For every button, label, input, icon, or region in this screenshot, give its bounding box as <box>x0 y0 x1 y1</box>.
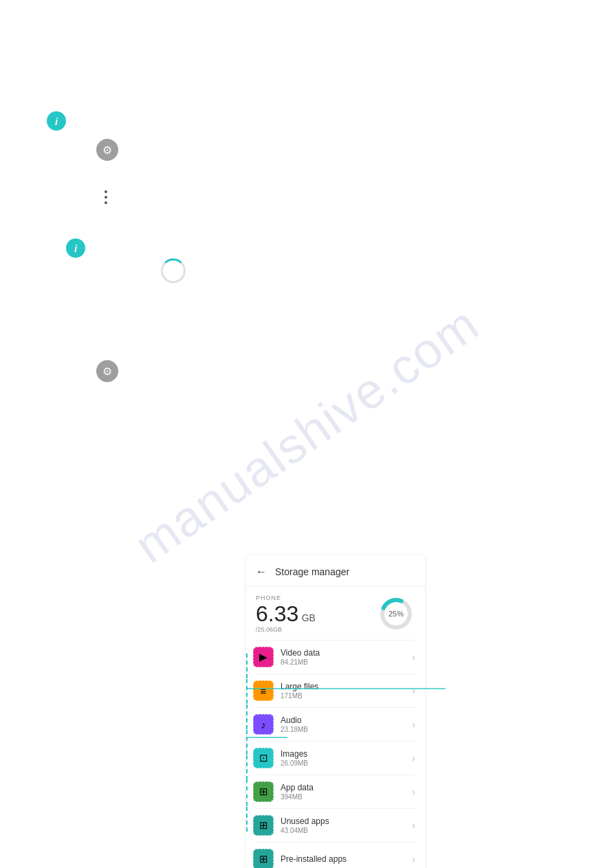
unused-apps-icon: ⊞ <box>253 815 274 836</box>
phone-label: PHONE <box>256 594 316 601</box>
storage-info: PHONE 6.33 GB /25.06GB <box>256 594 316 633</box>
preinstalled-icon: ⊞ <box>253 849 274 868</box>
phone-storage-summary: PHONE 6.33 GB /25.06GB 25% <box>246 586 425 640</box>
images-highlight-line <box>246 737 287 738</box>
audio-text: Audio 23.18MB <box>281 715 412 733</box>
chevron-right-icon: › <box>412 820 415 831</box>
overflow-menu-button[interactable] <box>105 190 107 204</box>
video-data-icon: ▶ <box>253 647 274 667</box>
storage-percent: 25% <box>388 610 404 618</box>
chevron-right-icon: › <box>412 652 415 663</box>
storage-size-value: 6.33 <box>256 601 298 626</box>
app-data-size: 394MB <box>281 793 412 801</box>
storage-items-list: ▶ Video data 84.21MB › ≡ Large files 171… <box>246 641 425 868</box>
selection-indicator-unused <box>246 779 248 806</box>
audio-icon: ♪ <box>253 714 274 735</box>
app-data-icon: ⊞ <box>253 781 274 802</box>
dot-1 <box>105 190 107 193</box>
images-size: 26.09MB <box>281 759 412 767</box>
unused-apps-size: 43.04MB <box>281 827 412 834</box>
audio-size: 23.18MB <box>281 726 412 733</box>
video-data-name: Video data <box>281 648 412 658</box>
chevron-right-icon: › <box>412 685 415 696</box>
app-data-text: App data 394MB <box>281 783 412 801</box>
info-icon-1[interactable]: i <box>47 111 66 131</box>
info-icon-2[interactable]: i <box>66 238 85 258</box>
large-files-icon: ≡ <box>253 680 274 701</box>
storage-item-large-files[interactable]: ≡ Large files 171MB › <box>246 674 425 707</box>
storage-item-unused-apps[interactable]: ⊞ Unused apps 43.04MB › <box>246 809 425 842</box>
chevron-right-icon: › <box>412 786 415 797</box>
dot-2 <box>105 196 107 199</box>
images-name: Images <box>281 749 412 759</box>
selection-indicator-app-data <box>246 755 248 780</box>
images-icon: ⊡ <box>253 748 274 768</box>
storage-item-app-data[interactable]: ⊞ App data 394MB › <box>246 775 425 808</box>
chevron-right-icon: › <box>412 854 415 865</box>
selection-indicator-audio <box>246 704 248 729</box>
storage-item-video[interactable]: ▶ Video data 84.21MB › <box>246 641 425 674</box>
storage-manager-title: Storage manager <box>275 566 349 577</box>
video-data-size: 84.21MB <box>281 658 412 666</box>
storage-total: /25.06GB <box>256 626 316 633</box>
loading-spinner <box>161 258 186 283</box>
storage-header: ← Storage manager <box>246 555 425 586</box>
large-files-name: Large files <box>281 682 412 691</box>
storage-item-audio[interactable]: ♪ Audio 23.18MB › <box>246 708 425 741</box>
images-text: Images 26.09MB <box>281 749 412 767</box>
storage-item-images[interactable]: ⊡ Images 26.09MB › <box>246 742 425 775</box>
audio-name: Audio <box>281 715 412 725</box>
storage-size-display: 6.33 GB <box>256 603 316 625</box>
selection-indicator-video <box>246 654 248 678</box>
chevron-right-icon: › <box>412 719 415 730</box>
unused-apps-name: Unused apps <box>281 816 412 826</box>
video-data-text: Video data 84.21MB <box>281 648 412 666</box>
large-files-text: Large files 171MB <box>281 682 412 700</box>
dot-3 <box>105 201 107 204</box>
large-files-highlight-line <box>246 688 446 689</box>
preinstalled-text: Pre-installed apps <box>281 854 412 865</box>
selection-indicator-images <box>246 730 248 755</box>
large-files-size: 171MB <box>281 692 412 700</box>
back-button[interactable]: ← <box>254 565 268 579</box>
unused-apps-text: Unused apps 43.04MB <box>281 816 412 834</box>
storage-size-unit: GB <box>302 612 316 623</box>
settings-icon-2[interactable]: ⚙ <box>96 360 118 382</box>
selection-indicator-large-files <box>246 679 248 704</box>
selection-indicator-preinstalled <box>246 807 248 832</box>
app-data-name: App data <box>281 783 412 792</box>
storage-donut-chart: 25% <box>377 594 415 633</box>
storage-manager-panel: ← Storage manager PHONE 6.33 GB /25.06GB… <box>246 555 425 868</box>
chevron-right-icon: › <box>412 753 415 764</box>
preinstalled-name: Pre-installed apps <box>281 854 412 864</box>
settings-icon-1[interactable]: ⚙ <box>96 139 118 161</box>
storage-item-preinstalled[interactable]: ⊞ Pre-installed apps › <box>246 843 425 868</box>
